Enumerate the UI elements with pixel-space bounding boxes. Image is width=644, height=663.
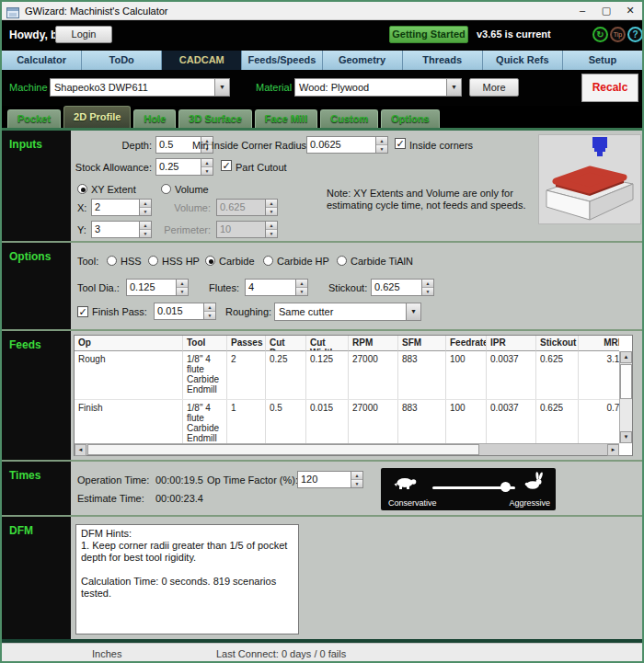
machine-dropdown[interactable]: Shapeoko3 DWP611 ▼	[50, 78, 230, 97]
maximize-button[interactable]: ▢	[594, 2, 618, 20]
column-header-op[interactable]: Op	[75, 336, 183, 351]
spinner-down-icon[interactable]: ▼	[140, 208, 151, 215]
op-time-factor-value[interactable]: 120	[298, 472, 351, 487]
tab-todo[interactable]: ToDo	[82, 51, 162, 70]
spinner-arrows[interactable]: ▲▼	[421, 280, 433, 295]
sync-icon[interactable]: ↻	[592, 27, 608, 42]
vertical-scroll-thumb[interactable]	[620, 364, 632, 399]
tab-cadcam[interactable]: CADCAM	[162, 51, 242, 70]
spinner-down-icon[interactable]: ▼	[351, 480, 362, 487]
column-header-cut-depth[interactable]: Cut De...	[266, 336, 306, 351]
subtab-3d-surface[interactable]: 3D Surface	[178, 109, 251, 128]
min-inside-corner-radius-spinner[interactable]: 0.0625 ▲▼	[306, 136, 388, 154]
spinner-arrows[interactable]: ▲▼	[139, 222, 151, 237]
flutes-value[interactable]: 4	[246, 280, 295, 295]
spinner-up-icon[interactable]: ▲	[177, 280, 188, 288]
part-cutout-checkbox[interactable]: ✓	[221, 160, 232, 171]
column-header-stickout[interactable]: Stickout	[536, 336, 579, 351]
spinner-arrows[interactable]: ▲▼	[351, 472, 362, 487]
column-header-feedrate[interactable]: Feedrate	[446, 336, 487, 351]
login-button[interactable]: Login	[55, 26, 112, 43]
spinner-arrows[interactable]: ▲▼	[295, 280, 307, 295]
micr-value[interactable]: 0.0625	[307, 137, 375, 153]
tool-dia-spinner[interactable]: 0.125 ▲▼	[126, 279, 189, 296]
spinner-down-icon[interactable]: ▼	[376, 145, 387, 153]
spinner-up-icon[interactable]: ▲	[201, 159, 213, 167]
tab-quick-refs[interactable]: Quick Refs	[483, 51, 563, 70]
tip-icon[interactable]: Tip	[610, 27, 626, 42]
tool-hss-hp-radio[interactable]	[148, 256, 158, 266]
table-row-finish[interactable]: Finish 1/8" 4 flute Carbide Endmill 1 0.…	[75, 400, 619, 443]
tab-setup[interactable]: Setup	[563, 51, 642, 70]
xy-extent-radio[interactable]	[77, 184, 87, 194]
tool-dia-value[interactable]: 0.125	[127, 280, 176, 295]
finish-pass-spinner[interactable]: 0.015 ▲▼	[154, 303, 216, 320]
spinner-arrows[interactable]: ▲▼	[139, 200, 151, 215]
inside-corners-checkbox[interactable]: ✓	[395, 138, 406, 149]
column-header-ipr[interactable]: IPR	[487, 336, 536, 351]
column-header-sfm[interactable]: SFM	[398, 336, 446, 351]
spinner-up-icon[interactable]: ▲	[140, 222, 151, 230]
subtab-custom[interactable]: Custom	[320, 109, 378, 128]
spinner-down-icon[interactable]: ▼	[177, 288, 188, 295]
subtab-options[interactable]: Options	[381, 109, 440, 128]
spinner-down-icon[interactable]: ▼	[422, 288, 433, 295]
roughing-dropdown[interactable]: Same cutter ▼	[274, 303, 421, 321]
spinner-down-icon[interactable]: ▼	[296, 288, 307, 295]
chevron-down-icon[interactable]: ▼	[446, 79, 461, 96]
horizontal-scroll-thumb[interactable]	[87, 444, 479, 455]
tool-hss-radio[interactable]	[107, 256, 117, 266]
x-spinner[interactable]: 2 ▲▼	[91, 199, 152, 216]
chevron-down-icon[interactable]: ▼	[214, 79, 229, 96]
spinner-down-icon[interactable]: ▼	[201, 167, 213, 175]
material-dropdown[interactable]: Wood: Plywood ▼	[294, 78, 462, 97]
spinner-up-icon[interactable]: ▲	[376, 137, 387, 145]
stickout-spinner[interactable]: 0.625 ▲▼	[371, 279, 434, 296]
scroll-right-icon[interactable]: ►	[607, 444, 619, 456]
title-bar[interactable]: GWizard: Machinist's Calculator – ▢ ✕	[2, 2, 642, 20]
column-header-rpm[interactable]: RPM	[349, 336, 398, 351]
spinner-down-icon[interactable]: ▼	[204, 312, 215, 319]
tab-threads[interactable]: Threads	[403, 51, 483, 70]
column-header-tool[interactable]: Tool	[183, 336, 227, 351]
subtab-face-mill[interactable]: Face Mill	[255, 109, 317, 128]
scroll-left-icon[interactable]: ◄	[75, 444, 86, 456]
spinner-down-icon[interactable]: ▼	[140, 230, 151, 237]
tab-geometry[interactable]: Geometry	[323, 51, 403, 70]
spinner-arrows[interactable]: ▲▼	[176, 280, 188, 295]
help-icon[interactable]: ?	[627, 27, 643, 42]
tool-carbide-radio[interactable]	[205, 256, 215, 266]
horizontal-scrollbar[interactable]: ◄ ►	[75, 443, 619, 455]
minimize-button[interactable]: –	[570, 2, 594, 20]
volume-radio[interactable]	[161, 184, 171, 194]
spinner-arrows[interactable]: ▲▼	[201, 159, 213, 175]
stock-value[interactable]: 0.25	[156, 159, 201, 175]
tab-calculator[interactable]: Calculator	[2, 51, 82, 70]
chevron-down-icon[interactable]: ▼	[406, 303, 420, 320]
scroll-up-icon[interactable]: ▲	[620, 351, 632, 363]
flutes-spinner[interactable]: 4 ▲▼	[245, 279, 308, 296]
stickout-value[interactable]: 0.625	[372, 280, 421, 295]
subtab-pocket[interactable]: Pocket	[7, 109, 61, 128]
finish-pass-value[interactable]: 0.015	[155, 303, 203, 319]
spinner-arrows[interactable]: ▲▼	[203, 303, 215, 319]
close-button[interactable]: ✕	[618, 2, 642, 20]
spinner-arrows[interactable]: ▲▼	[375, 137, 387, 153]
tab-feeds-speeds[interactable]: Feeds/Speeds	[242, 51, 322, 70]
subtab-2d-profile[interactable]: 2D Profile	[63, 106, 131, 128]
scroll-down-icon[interactable]: ▼	[620, 431, 632, 443]
recalc-button[interactable]: Recalc	[581, 74, 638, 102]
op-time-factor-spinner[interactable]: 120 ▲▼	[297, 471, 363, 488]
spinner-up-icon[interactable]: ▲	[351, 472, 362, 480]
finish-pass-checkbox[interactable]: ✓	[77, 306, 88, 317]
subtab-hole[interactable]: Hole	[133, 109, 176, 128]
column-header-mrr[interactable]: MRR	[579, 336, 619, 351]
more-button[interactable]: More	[469, 78, 519, 97]
tool-carbide-tialn-radio[interactable]	[337, 256, 347, 266]
y-value[interactable]: 3	[92, 222, 139, 237]
slider-handle[interactable]	[500, 482, 511, 492]
spinner-up-icon[interactable]: ▲	[140, 200, 151, 208]
x-value[interactable]: 2	[92, 200, 139, 215]
vertical-scrollbar[interactable]: ▲ ▼	[619, 351, 632, 443]
spinner-up-icon[interactable]: ▲	[204, 303, 215, 312]
